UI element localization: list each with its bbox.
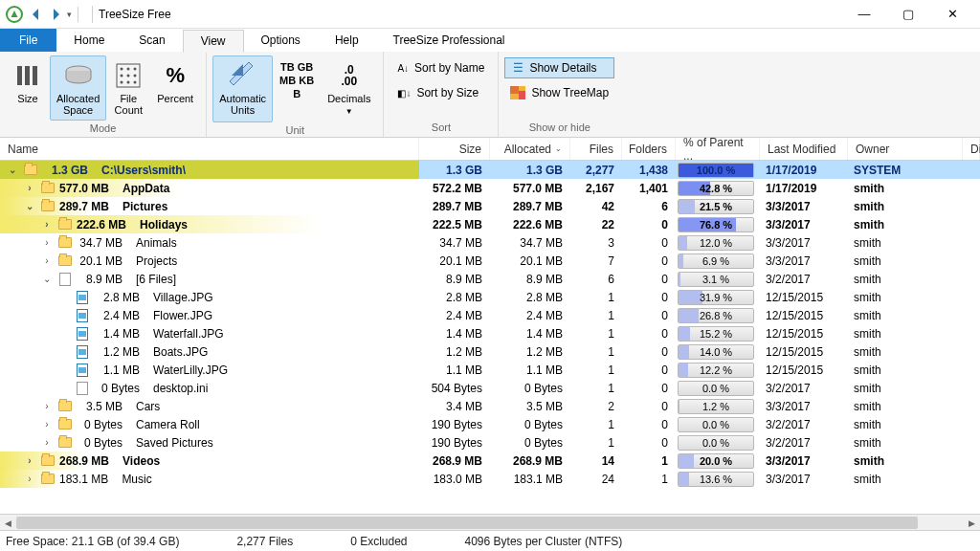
tree-row[interactable]: 0 Bytesdesktop.ini504 Bytes0 Bytes100.0 … (0, 379, 980, 397)
mode-percent-button[interactable]: % Percent (150, 55, 200, 121)
tree-row[interactable]: ›0 BytesCamera Roll190 Bytes0 Bytes100.0… (0, 415, 980, 433)
tree-row[interactable]: 2.4 MBFlower.JPG2.4 MB2.4 MB1026.8 %12/1… (0, 306, 980, 324)
collapse-icon[interactable]: ⌄ (6, 164, 19, 177)
horizontal-scrollbar[interactable]: ◀ ▶ (0, 514, 980, 530)
svg-rect-2 (33, 66, 37, 85)
expand-icon[interactable]: › (23, 454, 36, 468)
scrollbar-thumb[interactable] (16, 517, 918, 529)
mode-allocated-button[interactable]: Allocated Space (50, 55, 106, 121)
cell-allocated: 20.1 MB (490, 254, 570, 268)
expand-icon[interactable]: › (40, 418, 54, 431)
disk-icon (64, 60, 93, 91)
col-name[interactable]: Name (0, 138, 419, 160)
col-percent[interactable]: % of Parent ... (676, 138, 760, 160)
qat-dropdown-icon[interactable]: ▾ (67, 10, 72, 19)
tree-row[interactable]: ›20.1 MBProjects20.1 MB20.1 MB706.9 %3/3… (0, 252, 980, 270)
row-size-label: 34.7 MB (77, 236, 130, 250)
tree-row[interactable]: 1.4 MBWaterfall.JPG1.4 MB1.4 MB1015.2 %1… (0, 324, 980, 342)
tree-row[interactable]: ⌄1.3 GBC:\Users\smith\1.3 GB1.3 GB2,2771… (0, 161, 980, 179)
tab-options[interactable]: Options (244, 29, 318, 52)
sort-by-name-button[interactable]: A↓ Sort by Name (390, 57, 492, 78)
scroll-right-icon[interactable]: ▶ (964, 515, 980, 531)
unit-decimals-button[interactable]: .0.00 Decimals▼ (321, 55, 377, 122)
image-file-icon (75, 363, 90, 378)
svg-rect-19 (510, 94, 519, 99)
expand-icon[interactable]: › (40, 400, 54, 413)
unit-auto-button[interactable]: Automatic Units (212, 55, 273, 122)
expand-icon[interactable]: › (40, 436, 54, 450)
file-tree[interactable]: ⌄1.3 GBC:\Users\smith\1.3 GB1.3 GB2,2771… (0, 161, 980, 514)
status-free-space: Free Space: 21.1 GB (of 39.4 GB) (6, 535, 179, 548)
group-label-mode: Mode (6, 121, 200, 136)
tree-row[interactable]: 2.8 MBVillage.JPG2.8 MB2.8 MB1031.9 %12/… (0, 288, 980, 306)
decimals-icon: .0.00 (341, 60, 357, 91)
cell-modified: 3/3/2017 (760, 254, 848, 268)
tree-row[interactable]: 1.2 MBBoats.JPG1.2 MB1.2 MB1014.0 %12/15… (0, 342, 980, 361)
folder-icon (57, 417, 73, 432)
file-icon (57, 272, 73, 287)
tree-row[interactable]: ⌄8.9 MB[6 Files]8.9 MB8.9 MB603.1 %3/2/2… (0, 270, 980, 288)
row-name-label: Village.JPG (147, 291, 212, 304)
cell-percent: 21.5 % (676, 198, 760, 215)
close-button[interactable]: ✕ (930, 0, 974, 29)
tab-help[interactable]: Help (318, 29, 376, 52)
row-name-label: Boats.JPG (147, 345, 208, 359)
maximize-button[interactable]: ▢ (886, 0, 930, 29)
tree-row[interactable]: 1.1 MBWaterLilly.JPG1.1 MB1.1 MB1012.2 %… (0, 361, 980, 379)
minimize-button[interactable]: — (842, 0, 886, 29)
mode-size-button[interactable]: Size (6, 55, 50, 121)
col-allocated[interactable]: Allocated⌄ (490, 138, 570, 160)
col-modified[interactable]: Last Modified (760, 138, 848, 160)
tree-row[interactable]: ›183.1 MBMusic183.0 MB183.1 MB24113.6 %3… (0, 470, 980, 488)
unit-sizes-button[interactable]: TB GB MB KB B (273, 55, 321, 122)
tab-home[interactable]: Home (56, 29, 122, 52)
row-name-label: Waterfall.JPG (147, 327, 224, 341)
show-treemap-button[interactable]: Show TreeMap (504, 82, 614, 103)
mode-filecount-button[interactable]: File Count (106, 55, 150, 121)
collapse-icon[interactable]: ⌄ (40, 273, 54, 286)
tree-row[interactable]: ›3.5 MBCars3.4 MB3.5 MB201.2 %3/3/2017sm… (0, 397, 980, 415)
row-name-label: Saved Pictures (130, 436, 213, 450)
cell-files: 7 (570, 254, 622, 268)
tree-row[interactable]: ›222.6 MBHolidays222.5 MB222.6 MB22076.8… (0, 215, 980, 233)
tree-row[interactable]: ⌄289.7 MBPictures289.7 MB289.7 MB42621.5… (0, 197, 980, 215)
tree-row[interactable]: ›268.9 MBVideos268.9 MB268.9 MB14120.0 %… (0, 452, 980, 470)
tab-professional[interactable]: TreeSize Professional (376, 29, 523, 52)
tree-row[interactable]: ›577.0 MBAppData572.2 MB577.0 MB2,1671,4… (0, 179, 980, 197)
expand-icon[interactable]: › (40, 218, 54, 231)
expand-icon[interactable]: › (40, 236, 54, 250)
tab-file[interactable]: File (0, 29, 56, 52)
collapse-icon[interactable]: ⌄ (23, 200, 36, 213)
cell-size: 183.0 MB (419, 473, 490, 486)
show-details-button[interactable]: ☰ Show Details (504, 57, 614, 78)
expand-icon[interactable]: › (23, 182, 36, 195)
sort-by-size-button[interactable]: ◧↓ Sort by Size (390, 82, 492, 103)
nav-forward-icon[interactable] (48, 7, 63, 22)
cell-folders: 0 (622, 236, 676, 250)
tree-row[interactable]: ›34.7 MBAnimals34.7 MB34.7 MB3012.0 %3/3… (0, 233, 980, 252)
row-size-label: 0 Bytes (77, 418, 130, 431)
col-extra[interactable]: Di (963, 138, 980, 160)
expand-icon[interactable]: › (40, 254, 54, 268)
expand-icon[interactable]: › (23, 473, 36, 486)
titlebar-separator (92, 6, 93, 23)
folder-icon (57, 435, 73, 451)
cell-size: 222.5 MB (419, 218, 490, 231)
cell-percent: 0.0 % (676, 434, 760, 452)
col-folders[interactable]: Folders (622, 138, 676, 160)
svg-rect-16 (510, 86, 519, 94)
col-size[interactable]: Size (419, 138, 490, 160)
cell-files: 1 (570, 291, 622, 304)
tree-row[interactable]: ›0 BytesSaved Pictures190 Bytes0 Bytes10… (0, 433, 980, 452)
svg-point-11 (121, 81, 123, 84)
tab-scan[interactable]: Scan (122, 29, 182, 52)
tab-view[interactable]: View (183, 30, 244, 53)
scroll-left-icon[interactable]: ◀ (0, 515, 16, 531)
col-owner[interactable]: Owner (848, 138, 963, 160)
folder-icon (57, 253, 73, 269)
row-name-label: Camera Roll (130, 418, 200, 431)
ribbon-group-unit: Automatic Units TB GB MB KB B .0.00 Deci… (207, 52, 384, 137)
col-files[interactable]: Files (570, 138, 622, 160)
nav-back-icon[interactable] (29, 7, 44, 22)
row-size-label: 222.6 MB (77, 218, 134, 231)
